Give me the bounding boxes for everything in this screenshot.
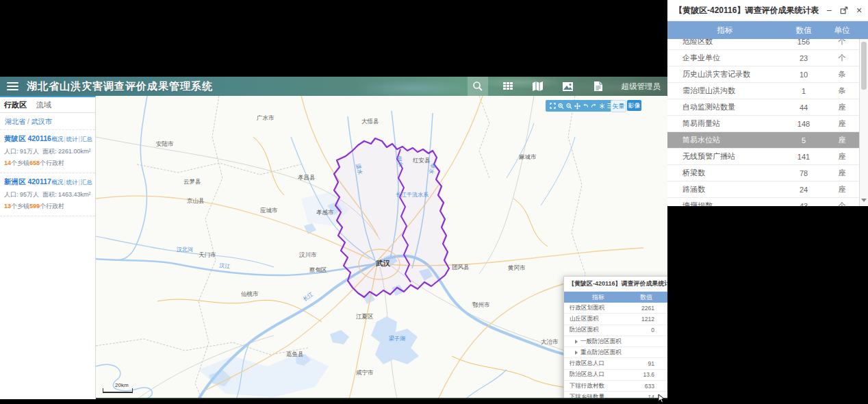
map-label: 武汉 <box>375 259 391 267</box>
screen: 湖北省山洪灾害调查评价成果管理系统 超级管理员 行政区 流域 <box>0 0 868 404</box>
zoom-out-icon[interactable] <box>566 102 572 110</box>
expand-caret-icon[interactable] <box>575 340 578 344</box>
dialog-table-row[interactable]: 防治区总人口 13.6 万人 <box>564 370 667 381</box>
panel-scrollbar-thumb[interactable] <box>861 42 867 90</box>
map-label: 天门市 <box>199 251 216 258</box>
stats-dialog-header: 指标 数值 单位 <box>564 292 667 303</box>
panel-table-row[interactable]: 路涵数 24 座 <box>667 181 868 198</box>
header-toolbar: 超级管理员 <box>463 77 668 96</box>
tab-watershed[interactable]: 流域 <box>36 100 51 110</box>
map-label: 长江 <box>302 291 314 303</box>
stats-dialog-title: 【黄陂区-420116】调查评价成果统计表 <box>568 279 667 288</box>
next-extent-icon[interactable] <box>591 102 597 110</box>
table-icon[interactable] <box>498 77 518 96</box>
district-meta: 人口: 95万人 面积: 1463.43km² <box>4 190 92 199</box>
district-action-1[interactable]: 统计 <box>66 179 78 186</box>
han-river <box>96 259 373 275</box>
district-action-1[interactable]: 统计 <box>66 136 78 142</box>
map-label: 蔡甸区 <box>309 266 327 273</box>
map-icon[interactable] <box>528 77 548 96</box>
panel-table-row[interactable]: 简易雨量站 148 座 <box>667 116 868 132</box>
dialog-table-row[interactable]: 山丘区面积 1212 km² <box>564 314 667 325</box>
map-label: 咸宁市 <box>356 369 374 376</box>
map-label: 长江干流水系 <box>396 192 429 198</box>
restore-icon[interactable] <box>838 4 850 16</box>
stats-dialog-body: 行政区划面积 2261 km² 山丘区面积 1212 km² 防治区面积 0 k… <box>564 303 667 399</box>
basemap-imagery-button[interactable]: 影像 <box>627 100 641 111</box>
district-list: 黄陂区 420116 概况|统计|汇总 人口: 91万人 面积: 2261.00… <box>0 130 95 216</box>
map-label: 安陆市 <box>156 140 174 147</box>
map-label: 嘉鱼县 <box>286 351 304 357</box>
map-label: 江夏区 <box>356 313 374 320</box>
map-label: 汉北河 <box>177 247 193 253</box>
report-icon[interactable] <box>588 77 609 96</box>
stats-panel-body: 危险区数 156 个 企事业单位 23 个 历史山洪灾害记录数 10 条 需治理… <box>667 39 868 206</box>
panel-table-row[interactable]: 无线预警广播站 141 座 <box>667 149 868 165</box>
district-action-2[interactable]: 汇总 <box>81 179 92 186</box>
map-label: 仙桃市 <box>241 290 259 297</box>
district-boundary-purple <box>334 138 449 297</box>
scale-bar: 20km <box>103 382 133 393</box>
map-label: 孝昌县 <box>298 174 316 181</box>
panel-table-row[interactable]: 历史山洪灾害记录数 10 条 <box>667 66 868 83</box>
panel-scrollbar[interactable] <box>859 39 868 206</box>
breadcrumb-city[interactable]: 武汉市 <box>31 118 52 125</box>
scale-label: 20km <box>115 382 133 388</box>
dialog-table-row[interactable]: 行政区总人口 91 万人 <box>564 358 667 369</box>
district-action-0[interactable]: 概况 <box>52 136 64 142</box>
stats-panel-titlebar[interactable]: 【黄陂区-420116】调查评价成果统计表 − × <box>667 0 868 21</box>
sidebar: 行政区 流域 湖北省/武汉市 黄陂区 420116 概况|统计|汇总 人口: 9… <box>0 96 96 399</box>
zoom-in-icon[interactable] <box>558 102 564 110</box>
map-label: 汉川市 <box>299 251 317 258</box>
breadcrumb: 湖北省/武汉市 <box>0 113 95 130</box>
district-card: 黄陂区 420116 概况|统计|汇总 人口: 91万人 面积: 2261.00… <box>0 130 95 173</box>
expand-caret-icon[interactable] <box>575 351 578 355</box>
image-icon[interactable] <box>558 77 578 96</box>
map-label: 京山县 <box>187 197 205 204</box>
dialog-table-row[interactable]: 重点防治区面积 km² <box>564 347 667 358</box>
map-label: 梁子湖 <box>389 335 405 342</box>
minimize-icon[interactable]: − <box>823 4 835 16</box>
panel-table-row[interactable]: 企事业单位 23 个 <box>667 50 868 66</box>
map-label: 鄂州市 <box>472 301 490 308</box>
previous-extent-icon[interactable] <box>583 102 589 110</box>
dialog-table-row[interactable]: 防治区面积 0 km² <box>564 325 667 336</box>
basemap-vector-button[interactable]: 矢量 <box>611 100 626 112</box>
map-label: 大冶市 <box>541 338 559 345</box>
district-actions: 概况|统计|汇总 <box>52 179 92 187</box>
map-label: 大悟县 <box>361 118 379 125</box>
stats-dialog: 【黄陂区-420116】调查评价成果统计表 − × 指标 数值 单位 行政区划面… <box>563 276 667 399</box>
full-extent-icon[interactable] <box>550 102 556 110</box>
map-viewport[interactable]: 安陆市广水市大悟县红安县麻城市孝昌县云梦县京山县应城市孝感市天门市汉川市蔡甸区仙… <box>96 96 667 399</box>
panel-table-row[interactable]: 需治理山洪沟数 1 条 <box>667 83 868 99</box>
panel-table-row[interactable]: 简易水位站 5 座 <box>667 132 868 149</box>
dialog-table-row[interactable]: 下辖行政村数 633 个 <box>564 381 667 392</box>
dialog-table-row[interactable]: 行政区划面积 2261 km² <box>564 303 667 314</box>
app-header: 湖北省山洪灾害调查评价成果管理系统 超级管理员 <box>0 77 667 96</box>
measure-icon[interactable] <box>599 102 605 110</box>
district-name-link[interactable]: 黄陂区 420116 <box>4 134 51 144</box>
search-icon[interactable] <box>468 77 488 96</box>
breadcrumb-province[interactable]: 湖北省 <box>5 118 25 125</box>
scale-rule <box>103 388 133 393</box>
panel-table-row[interactable]: 自动监测站数量 44 座 <box>667 99 868 116</box>
tab-administrative-region[interactable]: 行政区 <box>4 100 27 110</box>
panel-table-row[interactable]: 塘堰坝数 43 个 <box>667 198 868 206</box>
current-user[interactable]: 超级管理员 <box>622 81 661 92</box>
stats-dialog-titlebar[interactable]: 【黄陂区-420116】调查评价成果统计表 − × <box>564 277 667 292</box>
map-label: 应城市 <box>260 207 278 214</box>
pan-icon[interactable] <box>574 102 580 110</box>
dialog-table-row[interactable]: 一般防治区面积 km² <box>564 336 667 347</box>
district-action-2[interactable]: 汇总 <box>81 136 92 142</box>
map-label: 广水市 <box>257 114 275 121</box>
menu-icon[interactable] <box>7 82 18 90</box>
panel-table-row[interactable]: 桥梁数 78 座 <box>667 165 868 181</box>
close-icon[interactable]: × <box>853 4 865 16</box>
panel-table-row[interactable]: 危险区数 156 个 <box>667 39 868 50</box>
panel-scroll-down-icon[interactable] <box>860 195 868 205</box>
district-name-link[interactable]: 新洲区 420117 <box>4 177 51 187</box>
district-action-0[interactable]: 概况 <box>52 179 64 186</box>
map-label: 麻城市 <box>519 153 537 160</box>
map-label: 红安县 <box>413 157 431 164</box>
map-bottom-edge <box>96 398 667 399</box>
